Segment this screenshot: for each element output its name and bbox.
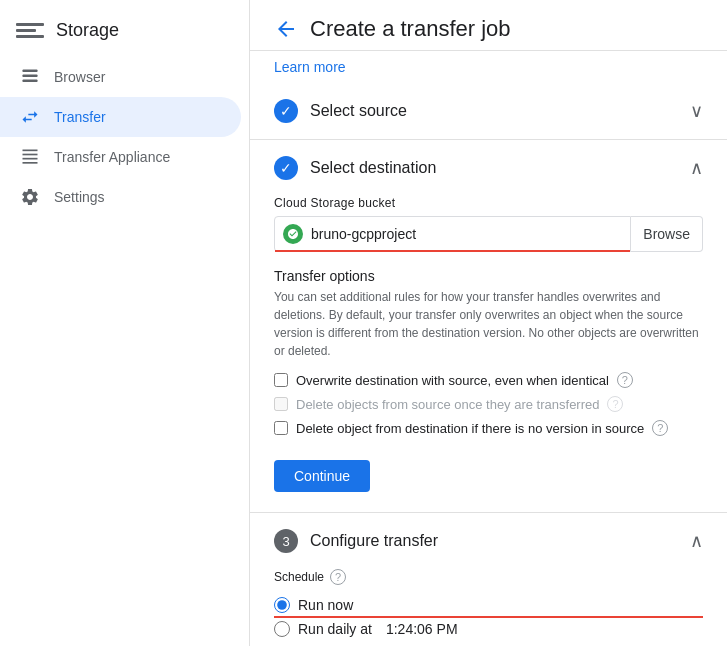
configure-transfer-section: 3 Configure transfer ∧ Schedule ? Run no…: [250, 513, 727, 646]
sidebar-item-transfer[interactable]: Transfer: [0, 97, 241, 137]
svg-rect-3: [23, 150, 38, 152]
delete-dest-checkbox[interactable]: [274, 421, 288, 435]
select-destination-check-icon: ✓: [280, 160, 292, 176]
main-content: Create a transfer job Learn more ✓ Selec…: [250, 0, 727, 646]
svg-rect-5: [23, 158, 38, 160]
schedule-help-icon[interactable]: ?: [330, 569, 346, 585]
sidebar-item-browser-label: Browser: [54, 69, 105, 85]
select-destination-step-number: ✓: [274, 156, 298, 180]
overwrite-checkbox-label: Overwrite destination with source, even …: [296, 373, 609, 388]
delete-source-checkbox-label: Delete objects from source once they are…: [296, 397, 599, 412]
configure-transfer-header[interactable]: 3 Configure transfer ∧: [274, 513, 703, 569]
configure-transfer-title: Configure transfer: [310, 532, 438, 550]
run-daily-radio[interactable]: [274, 621, 290, 637]
bucket-input[interactable]: [311, 226, 622, 242]
overwrite-help-icon[interactable]: ?: [617, 372, 633, 388]
sidebar-item-settings-label: Settings: [54, 189, 105, 205]
configure-transfer-chevron-icon: ∧: [690, 530, 703, 552]
sidebar-item-browser[interactable]: Browser: [0, 57, 241, 97]
delete-dest-help-icon[interactable]: ?: [652, 420, 668, 436]
select-destination-header-left: ✓ Select destination: [274, 156, 436, 180]
configure-transfer-header-left: 3 Configure transfer: [274, 529, 438, 553]
sidebar-item-transfer-appliance[interactable]: Transfer Appliance: [0, 137, 241, 177]
svg-rect-6: [23, 162, 38, 164]
browser-icon: [20, 67, 40, 87]
configure-transfer-step-number: 3: [274, 529, 298, 553]
sidebar-item-transfer-appliance-label: Transfer Appliance: [54, 149, 170, 165]
sidebar-item-transfer-label: Transfer: [54, 109, 106, 125]
select-destination-header[interactable]: ✓ Select destination ∧: [274, 140, 703, 196]
back-button[interactable]: [274, 17, 298, 41]
settings-icon: [20, 187, 40, 207]
select-source-title: Select source: [310, 102, 407, 120]
checkbox-delete-source-row: Delete objects from source once they are…: [274, 396, 703, 412]
bucket-input-underline: [275, 250, 630, 252]
svg-rect-2: [23, 80, 38, 83]
svg-rect-0: [23, 70, 38, 73]
checkbox-delete-dest-row: Delete object from destination if there …: [274, 420, 703, 436]
browse-button[interactable]: Browse: [631, 216, 703, 252]
select-destination-title: Select destination: [310, 159, 436, 177]
storage-icon: [16, 21, 44, 41]
run-daily-time: 1:24:06 PM: [386, 621, 458, 637]
bucket-icon: [283, 224, 303, 244]
transfer-options-title: Transfer options: [274, 268, 703, 284]
select-source-section: ✓ Select source ∨: [250, 83, 727, 140]
run-now-radio-row: Run now: [274, 593, 703, 617]
app-title: Storage: [56, 20, 119, 41]
svg-rect-4: [23, 154, 38, 156]
select-source-header-left: ✓ Select source: [274, 99, 407, 123]
main-header: Create a transfer job: [250, 0, 727, 51]
learn-more-link[interactable]: Learn more: [250, 51, 727, 83]
bucket-input-row: Browse: [274, 216, 703, 252]
select-source-chevron-icon: ∨: [690, 100, 703, 122]
continue-button[interactable]: Continue: [274, 460, 370, 492]
sidebar-item-settings[interactable]: Settings: [0, 177, 241, 217]
transfer-icon: [20, 107, 40, 127]
select-destination-section: ✓ Select destination ∧ Cloud Storage buc…: [250, 140, 727, 513]
bucket-input-container: [274, 216, 631, 252]
select-source-check-icon: ✓: [280, 103, 292, 119]
transfer-appliance-icon: [20, 147, 40, 167]
configure-transfer-body: Schedule ? Run now Run daily at 1:24:06 …: [274, 569, 703, 646]
delete-dest-checkbox-label: Delete object from destination if there …: [296, 421, 644, 436]
transfer-options-desc: You can set additional rules for how you…: [274, 288, 703, 360]
select-destination-chevron-icon: ∧: [690, 157, 703, 179]
page-title: Create a transfer job: [310, 16, 511, 42]
schedule-label: Schedule ?: [274, 569, 703, 585]
select-source-header[interactable]: ✓ Select source ∨: [274, 83, 703, 139]
run-daily-label: Run daily at: [298, 621, 372, 637]
bucket-field-label: Cloud Storage bucket: [274, 196, 703, 210]
schedule-radio-group: Run now Run daily at 1:24:06 PM: [274, 593, 703, 641]
select-destination-body: Cloud Storage bucket Browse Transfer opt…: [274, 196, 703, 512]
run-now-radio[interactable]: [274, 597, 290, 613]
sidebar-header: Storage: [0, 8, 249, 57]
select-source-step-number: ✓: [274, 99, 298, 123]
sidebar: Storage Browser Transfer Transfer Applia…: [0, 0, 250, 646]
svg-rect-1: [23, 75, 38, 78]
run-now-label: Run now: [298, 597, 353, 613]
schedule-label-text: Schedule: [274, 570, 324, 584]
overwrite-checkbox[interactable]: [274, 373, 288, 387]
run-daily-radio-row: Run daily at 1:24:06 PM: [274, 617, 703, 641]
delete-source-help-icon[interactable]: ?: [607, 396, 623, 412]
checkbox-overwrite-row: Overwrite destination with source, even …: [274, 372, 703, 388]
delete-source-checkbox: [274, 397, 288, 411]
